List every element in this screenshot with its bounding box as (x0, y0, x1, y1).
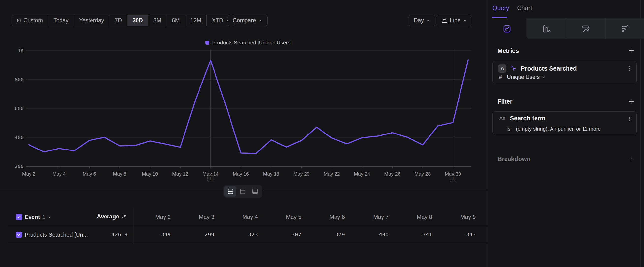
granularity-dropdown[interactable]: Day (408, 15, 436, 26)
filter-heading: Filter (498, 98, 512, 105)
split-view-icon (227, 188, 234, 195)
sidebar-divider (487, 0, 487, 267)
compare-button[interactable]: Compare (228, 15, 268, 26)
column-header: May 8 (395, 214, 432, 220)
metric-letter-badge: A (498, 64, 506, 73)
date-range-30d[interactable]: 30D (127, 15, 148, 26)
x-axis-label: May 26 (384, 171, 400, 177)
average-column-sort[interactable]: Average (74, 213, 127, 220)
column-header: May 2 (134, 214, 171, 220)
event-cursor-icon (510, 65, 517, 72)
x-axis-label: May 22 (324, 171, 340, 177)
date-range-12m[interactable]: 12M (185, 15, 207, 26)
number-type-icon: # (498, 74, 502, 80)
add-metric-button[interactable] (628, 47, 635, 54)
table-row-border (8, 244, 486, 244)
table-cell: 307 (264, 231, 301, 238)
table-cell: 323 (221, 231, 258, 238)
tab-chart[interactable]: Chart (517, 5, 532, 12)
metric-measure-row: # Unique Users (498, 74, 546, 80)
add-filter-button[interactable] (628, 98, 635, 105)
report-tab-insights[interactable] (487, 19, 526, 39)
layout-split-view-button[interactable] (224, 186, 236, 196)
date-range-7d[interactable]: 7D (110, 15, 127, 26)
check-icon (17, 215, 21, 219)
report-tab-funnels[interactable] (527, 19, 566, 39)
date-range-label: Custom (23, 17, 43, 24)
filter-options-menu[interactable] (626, 116, 632, 122)
table-cell: 400 (352, 231, 389, 238)
table-cell: 379 (308, 231, 345, 238)
date-range-3m[interactable]: 3M (148, 15, 167, 26)
insights-icon (503, 25, 511, 33)
table-header-border (8, 226, 486, 226)
date-range-custom[interactable]: Custom (12, 15, 48, 26)
table-cell: 299 (177, 231, 214, 238)
x-axis-label: May 2 (22, 171, 36, 177)
x-axis-label: May 4 (52, 171, 66, 177)
sort-descending-icon (121, 214, 127, 220)
column-header: May 5 (264, 214, 301, 220)
y-axis-label: 800 (15, 77, 24, 83)
event-column-dropdown[interactable]: Event 1 (24, 214, 52, 220)
chevron-down-icon (48, 215, 52, 219)
tab-query[interactable]: Query (492, 5, 509, 12)
annotation-badge[interactable]: 1 (207, 175, 214, 182)
filter-card-row: Aa Search term (498, 115, 546, 122)
chart-line (29, 60, 468, 153)
legend-label[interactable]: Products Searched [Unique Users] (212, 40, 292, 46)
measure-dropdown[interactable]: Unique Users (507, 74, 546, 80)
active-tab-underline (492, 17, 507, 18)
filter-operator: Is (506, 126, 512, 132)
metric-options-menu[interactable] (626, 66, 632, 71)
report-tab-flows[interactable] (566, 19, 605, 39)
report-tab-retention[interactable] (606, 19, 644, 39)
layout-table-view-button[interactable] (249, 186, 261, 196)
x-axis-label: May 24 (354, 171, 370, 177)
string-type-icon: Aa (498, 116, 506, 121)
chevron-down-icon (426, 19, 430, 23)
y-axis-label: 200 (15, 163, 24, 169)
layout-toggle-group (223, 185, 262, 197)
column-header: May 3 (177, 214, 214, 220)
x-axis-label: May 6 (83, 171, 96, 177)
chart-type-dropdown[interactable]: Line (436, 15, 472, 26)
chevron-down-icon (542, 75, 546, 79)
scrollbar-gutter (640, 0, 640, 267)
chevron-down-icon (463, 19, 467, 23)
column-header: May 4 (221, 214, 258, 220)
filter-condition-row[interactable]: Is (empty string), Air purifier, or 11 m… (506, 126, 601, 132)
date-range-6m[interactable]: 6M (167, 15, 185, 26)
select-all-checkbox[interactable] (16, 214, 22, 220)
metric-card[interactable]: A Products Searched # Unique Users (492, 61, 636, 84)
retention-icon (621, 25, 629, 33)
column-header: May 7 (352, 214, 389, 220)
metric-name: Products Searched (521, 65, 577, 72)
layout-chart-view-button[interactable] (237, 186, 249, 196)
date-range-yesterday[interactable]: Yesterday (74, 15, 110, 26)
x-axis-label: May 20 (294, 171, 310, 177)
y-axis-label: 400 (15, 134, 24, 140)
date-range-today[interactable]: Today (48, 15, 74, 26)
row-checkbox[interactable] (16, 231, 22, 238)
plus-icon (628, 47, 635, 54)
calendar-icon (17, 19, 21, 23)
column-header: May 6 (308, 214, 345, 220)
flows-icon (582, 25, 590, 33)
line-chart-icon (441, 17, 448, 24)
x-axis-label: May 8 (113, 171, 126, 177)
add-breakdown-button[interactable] (628, 155, 635, 162)
x-axis-label: May 10 (142, 171, 158, 177)
x-axis-label: May 16 (233, 171, 249, 177)
y-axis-label: 1K (18, 48, 24, 54)
filter-value: (empty string), Air purifier, or 11 more (516, 126, 601, 132)
table-cell: 343 (439, 231, 476, 238)
annotation-badge[interactable]: 1 (450, 175, 456, 182)
chevron-down-icon (258, 19, 262, 23)
table-column-divider (133, 208, 133, 244)
filter-card[interactable]: Aa Search term Is (empty string), Air pu… (492, 111, 636, 134)
event-count: 1 (42, 214, 46, 220)
legend-swatch (206, 41, 209, 45)
column-header: May 9 (439, 214, 476, 220)
chart-view-icon (240, 188, 246, 195)
